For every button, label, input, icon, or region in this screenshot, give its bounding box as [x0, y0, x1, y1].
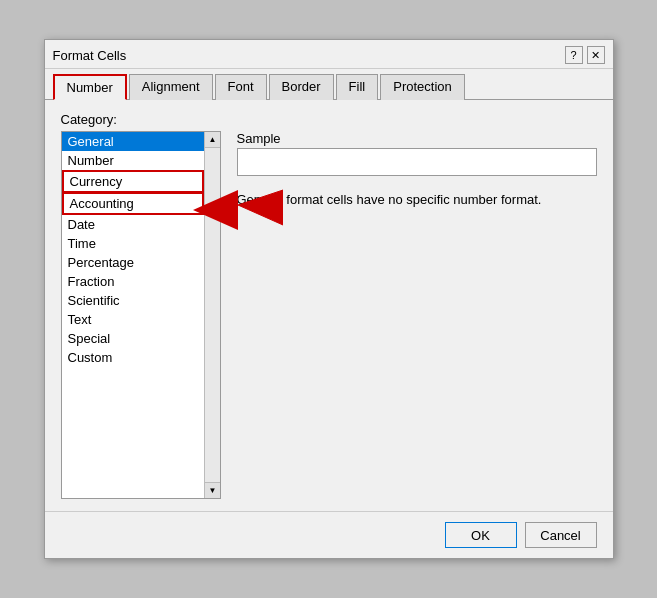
dialog-footer: OK Cancel	[45, 511, 613, 558]
list-item-date[interactable]: Date	[62, 215, 204, 234]
tab-alignment[interactable]: Alignment	[129, 74, 213, 100]
tab-fill[interactable]: Fill	[336, 74, 379, 100]
category-label: Category:	[61, 112, 597, 127]
list-item-percentage[interactable]: Percentage	[62, 253, 204, 272]
sample-box	[237, 148, 597, 176]
category-listbox[interactable]: General Number Currency Accounting Date …	[61, 131, 221, 499]
sample-label: Sample	[237, 131, 597, 146]
tab-protection[interactable]: Protection	[380, 74, 465, 100]
dialog-title: Format Cells	[53, 48, 127, 63]
main-content: General Number Currency Accounting Date …	[61, 131, 597, 499]
tab-number[interactable]: Number	[53, 74, 127, 100]
tab-font[interactable]: Font	[215, 74, 267, 100]
title-bar: Format Cells ? ✕	[45, 40, 613, 69]
cancel-button[interactable]: Cancel	[525, 522, 597, 548]
right-panel: Sample General format cells have no spec…	[237, 131, 597, 499]
list-item-fraction[interactable]: Fraction	[62, 272, 204, 291]
description-text: General format cells have no specific nu…	[237, 192, 597, 207]
list-item-accounting[interactable]: Accounting	[62, 192, 204, 215]
list-item-general[interactable]: General	[62, 132, 204, 151]
list-item-scientific[interactable]: Scientific	[62, 291, 204, 310]
close-button[interactable]: ✕	[587, 46, 605, 64]
dialog-body: Category: General Number Currency Accoun…	[45, 100, 613, 511]
list-item-time[interactable]: Time	[62, 234, 204, 253]
list-item-custom[interactable]: Custom	[62, 348, 204, 367]
list-item-text[interactable]: Text	[62, 310, 204, 329]
tab-bar: Number Alignment Font Border Fill Protec…	[45, 69, 613, 100]
help-button[interactable]: ?	[565, 46, 583, 64]
list-item-special[interactable]: Special	[62, 329, 204, 348]
scroll-up-btn[interactable]: ▲	[205, 132, 221, 148]
format-cells-dialog: Format Cells ? ✕ Number Alignment Font B…	[44, 39, 614, 559]
ok-button[interactable]: OK	[445, 522, 517, 548]
category-list-container: General Number Currency Accounting Date …	[61, 131, 221, 499]
scroll-down-btn[interactable]: ▼	[205, 482, 221, 498]
tab-border[interactable]: Border	[269, 74, 334, 100]
list-item-currency[interactable]: Currency	[62, 170, 204, 193]
list-item-number[interactable]: Number	[62, 151, 204, 170]
title-controls: ? ✕	[565, 46, 605, 64]
